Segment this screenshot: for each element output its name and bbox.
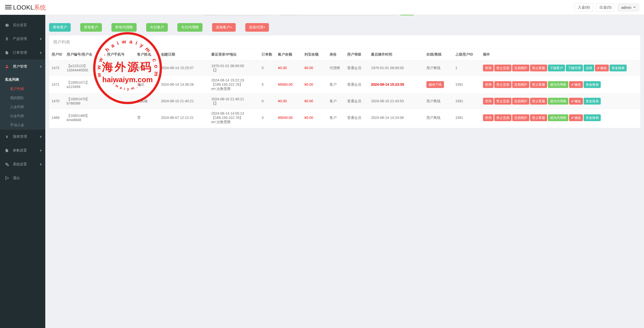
user-icon <box>5 65 11 68</box>
action-button[interactable]: 交易维护 <box>512 98 529 105</box>
sidebar-item[interactable]: ¥报表管理 <box>0 130 45 144</box>
action-button[interactable]: 修改 <box>569 81 583 88</box>
file-icon <box>5 51 11 55</box>
column-header: 上级用户ID <box>453 49 480 60</box>
cell-order-count: 5 <box>259 76 275 93</box>
menu-toggle-icon[interactable] <box>5 5 12 10</box>
toolbar-button[interactable]: 添加客户+ <box>212 23 236 32</box>
svg-text:B: B <box>6 37 8 41</box>
toolbar-button[interactable]: 所有客户 <box>80 23 102 32</box>
sidebar-item[interactable]: 订单管理 <box>0 46 45 60</box>
action-button[interactable]: 资金报表 <box>584 81 601 88</box>
action-button[interactable]: 下级代理 <box>566 65 583 71</box>
toolbar-button[interactable]: 所有代理商 <box>111 23 137 32</box>
toolbar-button[interactable]: 今日客户 <box>146 23 168 32</box>
sidebar-item-label: 系统设置 <box>13 162 40 167</box>
column-header: 在线/离线 <box>424 49 453 60</box>
withdraw-button[interactable]: 出金(5) <box>596 3 615 12</box>
action-button[interactable]: 业绩 <box>584 65 594 71</box>
sidebar-subitem[interactable]: 手动入金 <box>0 121 45 130</box>
action-button[interactable]: 禁止交易 <box>494 65 511 71</box>
cell-role: 客户 <box>327 109 345 127</box>
logo-prefix: LOOKL <box>13 4 34 11</box>
cell-last-operation: 2024-08-14 14:24:06 <box>369 109 424 127</box>
action-button[interactable]: 交易维护 <box>512 114 529 121</box>
action-button[interactable]: 修改 <box>569 98 583 105</box>
toolbar-button[interactable]: 所有用户 <box>49 23 71 32</box>
column-header: 操作 <box>480 49 640 60</box>
sidebar-item[interactable]: 退出 <box>0 171 45 185</box>
action-button[interactable]: 禁止交易 <box>494 98 511 105</box>
column-header: 身份 <box>327 49 345 60</box>
cell-created: 2024-08-07 12:12:21 <box>158 109 209 127</box>
cell-level: 普通会员 <box>345 76 369 93</box>
sidebar-subitem[interactable]: 入金列表 <box>0 103 45 112</box>
sidebar-item[interactable]: 系统设置 <box>0 157 45 171</box>
cell-libao-balance: ¥0.00 <box>302 93 327 109</box>
top-navbar: LOOKL系统 入金(6) 出金(5) admin <box>0 0 644 15</box>
sidebar-item[interactable]: B产品管理 <box>0 32 45 46</box>
sidebar-item[interactable]: 参数设置 <box>0 144 45 157</box>
action-button[interactable]: 禁止客服 <box>530 114 547 121</box>
cell-last-login: 2024-08-10 21:40:21【】 <box>209 93 259 109</box>
admin-menu-button[interactable]: admin <box>618 4 639 11</box>
cell-balance: ¥0.00 <box>275 60 302 76</box>
sidebar-subitem[interactable]: 客户列表 <box>0 84 45 93</box>
action-button[interactable]: 资金报表 <box>584 98 601 105</box>
sidebar-item[interactable]: 后台首页 <box>0 18 45 32</box>
sidebar-item-label: 退出 <box>13 176 42 180</box>
panel-title: 用户列表 <box>49 35 640 49</box>
action-button[interactable]: 修改 <box>569 114 583 121</box>
kick-offline-button[interactable]: 踢他下线 <box>426 81 444 88</box>
action-button[interactable]: 交易维护 <box>512 81 529 88</box>
cell-online-status: 踢他下线 <box>424 76 453 93</box>
action-button[interactable]: 交易维护 <box>512 65 529 71</box>
svg-text:¥: ¥ <box>6 135 8 138</box>
action-button[interactable]: 资金报表 <box>610 65 627 71</box>
column-header: 用户等级 <box>345 49 369 60</box>
action-button[interactable]: 资金报表 <box>584 114 601 121</box>
action-button[interactable]: 禁止交易 <box>494 81 511 88</box>
action-button[interactable]: 禁止客服 <box>530 81 547 88</box>
cell-level: 普通会员 <box>345 60 369 76</box>
cell-phone <box>104 76 135 93</box>
cell-level: 普通会员 <box>345 93 369 109</box>
sidebar-active-group: 用户管理实名列表客户列表我的团队入金列表出金列表手动入金 <box>0 60 45 130</box>
sidebar-subitem[interactable]: 出金列表 <box>0 112 45 121</box>
cell-role: 客户 <box>327 93 345 109</box>
table-row: 1472【a123123】13344445555大大2024-08-14 15:… <box>49 60 640 76</box>
action-button[interactable]: 成为代理商 <box>548 98 568 105</box>
sidebar-item-label: 后台首页 <box>13 23 42 27</box>
sidebar-subitem[interactable]: 我的团队 <box>0 93 45 103</box>
deposit-button[interactable]: 入金(6) <box>574 3 593 12</box>
table-header-row: 用户ID用户编号/用户名用户手机号客户姓名创建日期最近登录/IP地址订单数账户余… <box>49 49 640 60</box>
action-button[interactable]: 禁用 <box>483 65 494 71</box>
file-icon <box>5 149 11 152</box>
cell-order-count: 3 <box>259 109 275 127</box>
toolbar-button[interactable]: 添加代理+ <box>245 23 269 32</box>
column-header: 用户编号/用户名 <box>64 49 104 60</box>
column-header: 订单数 <box>259 49 275 60</box>
cell-user-code: 【10001469】kmo8848 <box>64 109 104 127</box>
action-button[interactable]: 禁用 <box>483 114 494 121</box>
sidebar-item-label: 参数设置 <box>13 148 40 153</box>
action-button[interactable]: 修改 <box>595 65 609 71</box>
action-button[interactable]: 成为代理商 <box>548 114 568 121</box>
pencil-icon <box>597 66 600 70</box>
action-button[interactable]: 禁用 <box>483 98 494 105</box>
action-button[interactable]: 成为代理商 <box>548 81 568 88</box>
toolbar-button[interactable]: 今日代理商 <box>177 23 203 32</box>
action-button[interactable]: 禁止客服 <box>530 65 547 71</box>
cell-parent-id: 1591 <box>453 109 480 127</box>
action-button[interactable]: 下级客户 <box>548 65 565 71</box>
cell-parent-id: 1591 <box>453 76 480 93</box>
sidebar-group-title: 实名列表 <box>0 73 45 84</box>
action-button[interactable]: 禁止交易 <box>494 114 511 121</box>
action-button[interactable]: 禁止客服 <box>530 98 547 105</box>
pencil-icon <box>571 116 574 120</box>
cell-user-code: 【10001471】a123456 <box>64 76 104 93</box>
user-list-panel: 用户列表 用户ID用户编号/用户名用户手机号客户姓名创建日期最近登录/IP地址订… <box>49 35 640 128</box>
sidebar-item[interactable]: 用户管理 <box>0 60 45 73</box>
action-button[interactable]: 禁用 <box>483 81 494 88</box>
cell-user-id: 1470 <box>49 93 64 109</box>
